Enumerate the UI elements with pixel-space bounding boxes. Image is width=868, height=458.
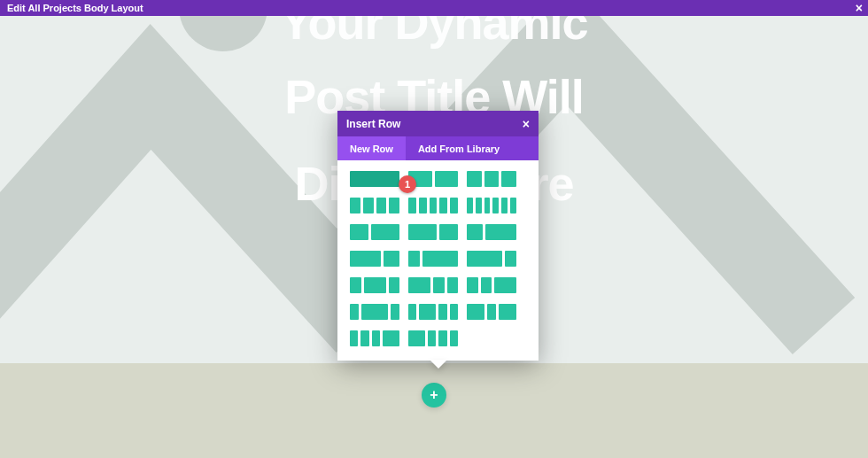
layout-2-3-1-3[interactable] [350,251,399,267]
layout-1-6-1-6-1-6-1-2[interactable] [467,304,516,320]
step-marker-1: 1 [399,175,416,193]
layout-row [350,224,526,240]
layout-1-5-3-5-1-5[interactable] [350,304,399,320]
close-icon[interactable]: × [523,117,530,131]
modal-body [337,160,539,361]
layout-2-5-3-5[interactable] [350,224,399,240]
plus-icon: + [430,388,438,402]
lower-section [0,363,868,458]
layout-1-col[interactable] [350,171,399,187]
layout-3-5-1-5-1-5[interactable] [408,304,458,320]
layout-4-col-asym-b[interactable] [408,330,458,346]
modal-title: Insert Row [346,118,400,130]
layout-row [350,251,526,267]
layout-6-col[interactable] [467,198,516,213]
layout-row [350,277,526,293]
topbar-title: Edit All Projects Body Layout [7,3,143,13]
layout-row [350,198,526,213]
layout-row [350,171,526,187]
close-icon[interactable]: × [856,2,863,14]
hero-line-1: Your Dynamic [0,16,868,50]
tab-new-row[interactable]: New Row [337,136,406,160]
layout-1-2-1-4-1-4[interactable] [408,277,458,293]
tab-add-from-library[interactable]: Add From Library [406,136,512,160]
layout-1-3-2-3[interactable] [467,224,516,240]
modal-header: Insert Row × [337,111,539,136]
layout-5-col[interactable] [408,198,458,213]
layout-4-col-asym-a[interactable] [350,330,399,346]
modal-tabs: New Row Add From Library [337,136,539,160]
layout-1-4-3-4[interactable] [408,251,458,267]
add-row-button[interactable]: + [422,383,446,408]
layout-row [350,330,526,346]
layout-3-col[interactable] [467,171,516,187]
insert-row-modal: Insert Row × New Row Add From Library [337,111,539,361]
modal-arrow-icon [430,360,447,369]
layout-3-4-1-4[interactable] [467,251,516,267]
layout-1-4-1-4-1-2[interactable] [467,277,516,293]
layout-row [350,304,526,320]
layout-4-col[interactable] [350,198,399,213]
edit-layout-topbar: Edit All Projects Body Layout × [0,0,868,16]
layout-1-4-1-2-1-4[interactable] [350,277,399,293]
layout-3-5-2-5[interactable] [408,224,458,240]
